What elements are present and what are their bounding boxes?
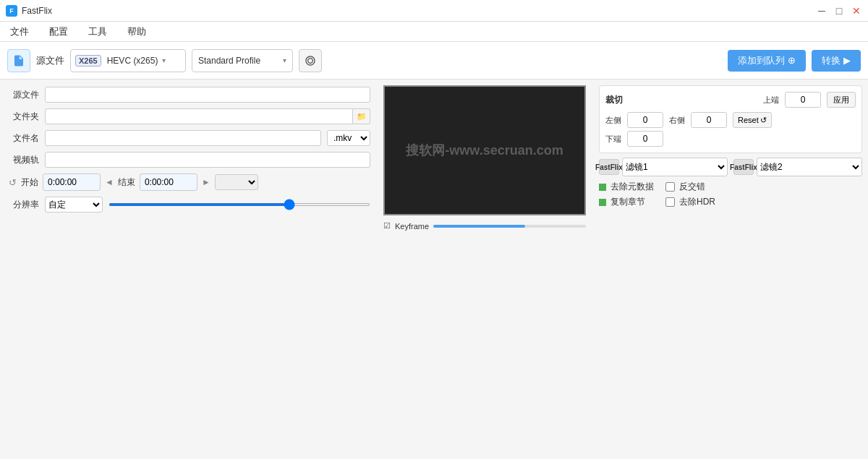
source-file-label: 源文件	[6, 89, 39, 101]
resolution-select[interactable]: 自定	[45, 197, 103, 213]
resolution-slider[interactable]	[109, 203, 370, 206]
copy-chapter-indicator	[599, 199, 606, 206]
resolution-label: 分辨率	[6, 199, 39, 211]
resolution-row: 分辨率 自定	[6, 195, 370, 214]
convert-icon: ▶	[843, 55, 851, 66]
video-track-select[interactable]	[45, 152, 370, 168]
minimize-button[interactable]: ─	[816, 5, 827, 17]
menu-file[interactable]: 文件	[6, 22, 33, 41]
folder-input-group: 📁	[45, 108, 370, 124]
encoder-select[interactable]: X265 HEVC (x265) ▾	[70, 49, 186, 72]
checkbox-section: 去除元数据 复制章节 反交错 去除HDR	[599, 181, 862, 208]
app-icon: F	[6, 5, 17, 17]
left-label: 左侧	[605, 115, 621, 126]
encoder-badge: X265	[75, 55, 101, 67]
keyframe-row: ☑ Keyframe	[383, 221, 586, 231]
copy-chapter-row: 复制章节	[599, 196, 654, 208]
profile-select[interactable]: Standard Profile ▾	[192, 49, 293, 72]
right-label: 右侧	[669, 115, 685, 126]
start-time-input[interactable]: 0:00:00	[43, 173, 101, 191]
filename-row: 文件名 .mkv.mp4	[6, 129, 370, 147]
source-file-row: 源文件	[6, 85, 370, 104]
menu-help[interactable]: 帮助	[123, 22, 150, 41]
menu-tools[interactable]: 工具	[84, 22, 111, 41]
source-file-label: 源文件	[36, 54, 64, 67]
sync-icon: ↺	[9, 177, 17, 188]
filter-row: FastFlix 滤镜1 FastFlix 滤镜2	[599, 158, 862, 176]
toolbar-right: 添加到队列 ⊕ 转换 ▶	[728, 50, 861, 72]
right-panel: 裁切 上端 0 应用 左侧 0 右侧 0 Reset ↺ 下端 0	[593, 80, 868, 459]
next-frame-button[interactable]: ►	[202, 177, 210, 187]
anti-flicker-row: 反交错	[665, 181, 715, 193]
end-time-input[interactable]: 0:00:00	[140, 173, 197, 191]
keyframe-slider[interactable]	[433, 225, 586, 228]
keyframe-checkbox[interactable]: ☑	[383, 221, 391, 231]
menu-config[interactable]: 配置	[45, 22, 72, 41]
anti-flicker-checkbox[interactable]	[665, 182, 675, 192]
profile-name: Standard Profile	[198, 56, 280, 66]
anti-flicker-label: 反交错	[679, 181, 705, 193]
crop-title: 裁切	[605, 94, 623, 106]
encoder-arrow-icon: ▾	[162, 56, 166, 64]
folder-browse-button[interactable]: 📁	[353, 108, 370, 124]
crop-right-input[interactable]: 0	[691, 112, 727, 128]
remove-hdr-checkbox[interactable]	[665, 197, 675, 207]
crop-top-input[interactable]: 0	[785, 92, 821, 108]
crop-section: 裁切 上端 0 应用 左侧 0 右侧 0 Reset ↺ 下端 0	[599, 85, 862, 153]
left-checkboxes: 去除元数据 复制章节	[599, 181, 654, 208]
main-area: 源文件 文件夹 📁 文件名 .mkv.mp4 视频轨 ↺ 开始 0:00:00 …	[0, 80, 868, 459]
convert-button[interactable]: 转换 ▶	[812, 50, 861, 72]
end-label: 结束	[118, 176, 135, 189]
title-bar: F FastFlix ─ □ ✕	[0, 0, 868, 22]
filename-input[interactable]	[45, 130, 321, 146]
crop-reset-button[interactable]: Reset ↺	[733, 112, 772, 128]
filename-label: 文件名	[6, 132, 39, 145]
profile-arrow-icon: ▾	[283, 56, 286, 64]
reset-label: Reset	[738, 116, 759, 124]
keyframe-fill	[433, 225, 525, 228]
video-preview: 搜软网-www.secruan.com	[383, 85, 586, 215]
left-panel: 源文件 文件夹 📁 文件名 .mkv.mp4 视频轨 ↺ 开始 0:00:00 …	[0, 80, 376, 459]
video-track-row: 视频轨	[6, 150, 370, 169]
ext-select[interactable]: .mkv.mp4	[327, 130, 370, 146]
queue-icon: ⊕	[788, 55, 796, 66]
right-checkboxes: 反交错 去除HDR	[665, 181, 715, 208]
filter2-select[interactable]: 滤镜2	[757, 158, 862, 176]
filter1-select[interactable]: 滤镜1	[622, 158, 728, 176]
folder-label: 文件夹	[6, 111, 39, 123]
crop-apply-button[interactable]: 应用	[827, 92, 856, 108]
crop-bottom-input[interactable]: 0	[627, 131, 663, 147]
convert-label: 转换	[822, 54, 841, 67]
toolbar: 源文件 X265 HEVC (x265) ▾ Standard Profile …	[0, 42, 868, 80]
maximize-button[interactable]: □	[833, 5, 845, 17]
window-controls: ─ □ ✕	[816, 5, 862, 17]
source-file-button[interactable]	[7, 49, 30, 72]
fastflix-badge2: FastFlix	[733, 159, 754, 175]
fastflix-badge: FastFlix	[599, 159, 619, 175]
video-track-label: 视频轨	[6, 154, 39, 166]
watermark: 搜软网-www.secruan.com	[406, 142, 563, 159]
remove-hdr-row: 去除HDR	[665, 196, 715, 208]
app-title: FastFlix	[22, 6, 52, 16]
folder-row: 文件夹 📁	[6, 107, 370, 126]
reset-icon: ↺	[760, 116, 767, 125]
menu-bar: 文件 配置 工具 帮助	[0, 22, 868, 42]
crop-left-input[interactable]: 0	[627, 112, 663, 128]
folder-input[interactable]	[45, 108, 353, 124]
keyframe-label: Keyframe	[395, 222, 429, 231]
prev-frame-button[interactable]: ◄	[105, 177, 114, 187]
preview-area: 搜软网-www.secruan.com ☑ Keyframe	[376, 80, 593, 459]
settings-icon-button[interactable]	[299, 49, 322, 72]
copy-chapter-label: 复制章节	[610, 196, 645, 208]
close-button[interactable]: ✕	[851, 5, 862, 17]
top-label: 上端	[763, 95, 779, 106]
time-row: ↺ 开始 0:00:00 ◄ 结束 0:00:00 ►	[6, 172, 370, 192]
remove-hdr-label: 去除HDR	[679, 196, 715, 208]
remove-meta-indicator	[599, 184, 606, 191]
remove-meta-row: 去除元数据	[599, 181, 654, 193]
bottom-label: 下端	[605, 134, 621, 145]
add-queue-button[interactable]: 添加到队列 ⊕	[728, 50, 806, 72]
trim-select[interactable]	[215, 174, 258, 190]
source-file-input[interactable]	[45, 87, 370, 103]
start-label: 开始	[21, 176, 38, 189]
